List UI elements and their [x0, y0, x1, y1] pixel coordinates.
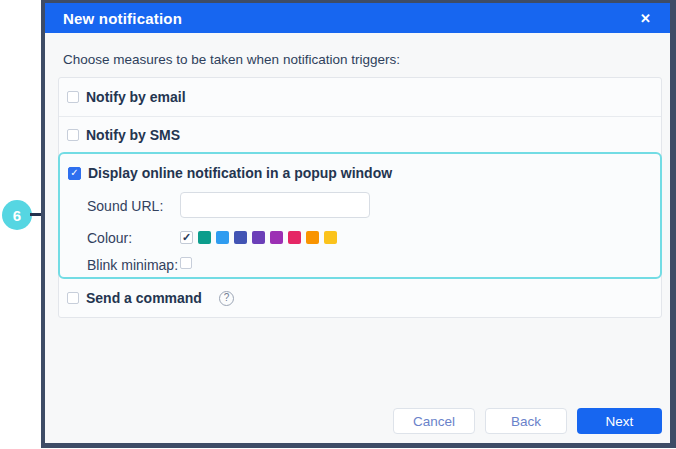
notify-email-label: Notify by email	[86, 89, 186, 105]
notify-email-checkbox[interactable]	[67, 91, 79, 103]
blink-minimap-label: Blink minimap:	[87, 257, 178, 273]
colour-swatch[interactable]	[270, 231, 283, 244]
blink-minimap-checkbox[interactable]	[180, 257, 192, 269]
colour-swatch[interactable]	[252, 231, 265, 244]
footer-buttons: Cancel Back Next	[393, 408, 662, 434]
cancel-button[interactable]: Cancel	[393, 408, 475, 434]
colour-swatch[interactable]	[306, 231, 319, 244]
notify-sms-checkbox[interactable]	[67, 129, 79, 141]
annotation-step-badge: 6	[2, 200, 32, 230]
close-icon[interactable]: ✕	[640, 12, 651, 25]
popup-section-header[interactable]: ✓ Display online notification in a popup…	[68, 165, 392, 181]
help-icon[interactable]: ?	[219, 291, 234, 306]
intro-text: Choose measures to be taken when notific…	[63, 52, 400, 68]
dialog-header: New notification ✕	[45, 3, 670, 33]
notify-sms-label: Notify by SMS	[86, 127, 180, 143]
popup-checkbox-checked[interactable]: ✓	[68, 167, 81, 180]
colour-swatch[interactable]	[234, 231, 247, 244]
row-send-command[interactable]: Send a command ?	[59, 279, 661, 317]
sound-url-label: Sound URL:	[87, 198, 163, 214]
next-button[interactable]: Next	[577, 408, 662, 434]
colour-swatch[interactable]	[324, 231, 337, 244]
send-command-checkbox[interactable]	[67, 292, 79, 304]
back-button[interactable]: Back	[485, 408, 567, 434]
sound-url-input[interactable]	[180, 192, 370, 218]
row-notify-email[interactable]: Notify by email	[59, 78, 661, 117]
colour-swatch[interactable]	[288, 231, 301, 244]
send-command-label: Send a command	[86, 290, 202, 306]
colour-none-selected-checkbox[interactable]: ✓	[180, 231, 193, 244]
new-notification-dialog: New notification ✕ Choose measures to be…	[41, 0, 676, 448]
row-notify-sms[interactable]: Notify by SMS	[59, 117, 661, 152]
colour-swatch[interactable]	[216, 231, 229, 244]
dialog-body: New notification ✕ Choose measures to be…	[45, 3, 670, 443]
colour-label: Colour:	[87, 230, 132, 246]
measures-list: Notify by email Notify by SMS ✓ Display …	[58, 77, 662, 318]
colour-swatch[interactable]	[198, 231, 211, 244]
popup-notification-section: ✓ Display online notification in a popup…	[58, 152, 662, 279]
colour-swatches: ✓	[180, 231, 337, 244]
dialog-title: New notification	[63, 10, 182, 27]
popup-label: Display online notification in a popup w…	[88, 165, 392, 181]
